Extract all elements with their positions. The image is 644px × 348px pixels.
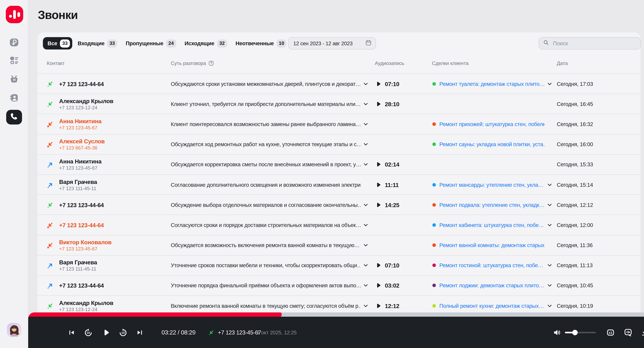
audio-duration: 12:12: [385, 302, 399, 309]
contact-cell: +7 123 123-44-64: [59, 202, 104, 208]
deal-chevron-down-icon[interactable]: [547, 283, 552, 288]
sidebar-item-contacts[interactable]: [6, 91, 22, 106]
row-play-button[interactable]: [375, 262, 382, 269]
summary-chevron-down-icon[interactable]: [363, 242, 369, 248]
missed-call-icon: [47, 120, 54, 128]
filter-tab-2[interactable]: Пропущенные24: [122, 37, 179, 50]
call-summary: Обсуждаются сроки установки межкомнатных…: [171, 81, 361, 87]
deal-link[interactable]: Ремонт подвала: утепление стен, укладк…: [439, 202, 544, 208]
contact-phone: +7 123 123-45-67: [59, 165, 102, 171]
contact-cell: Анна Никитина+7 123 123-45-67: [59, 158, 102, 171]
deal-link[interactable]: Ремонт кабинета: штукатурка стен, побе…: [439, 222, 544, 228]
contact-phone: +7 123 123-12-24: [59, 105, 113, 110]
audio-duration: 14:25: [385, 202, 399, 208]
forward-10-button[interactable]: 10: [118, 328, 128, 337]
call-date: Сегодня, 12:00: [557, 222, 593, 228]
row-play-button[interactable]: [375, 181, 382, 188]
deal-link[interactable]: Ремонт туалета: демонтаж старых плито…: [439, 81, 544, 87]
deal-chevron-down-icon[interactable]: [547, 222, 552, 228]
calls-card: Все33Входящие33Пропущенные24Исходящие32Н…: [38, 33, 641, 348]
summary-chevron-down-icon[interactable]: [363, 202, 369, 208]
sidebar-item-payments[interactable]: [6, 36, 22, 50]
summary-chevron-down-icon[interactable]: [363, 101, 369, 107]
sidebar-item-calls[interactable]: [6, 110, 22, 125]
filter-tab-0[interactable]: Все33: [43, 37, 72, 50]
deal-chevron-down-icon[interactable]: [547, 262, 552, 268]
contact-phone: +7 123 123-45-67: [59, 246, 112, 252]
rewind-10-button[interactable]: 10: [84, 328, 93, 337]
search-input[interactable]: [552, 40, 636, 47]
player-progress-bar[interactable]: [28, 312, 644, 317]
summary-chevron-down-icon[interactable]: [363, 283, 369, 288]
table-row: +7 123 123-44-64Согласуются сроки и поря…: [38, 215, 641, 235]
phone-icon: [9, 112, 19, 123]
incoming-call-icon: [208, 329, 215, 336]
contact-name: Александр Крылов: [59, 98, 113, 104]
filter-tab-3[interactable]: Исходящие32: [182, 37, 230, 50]
deal-chevron-down-icon[interactable]: [547, 182, 552, 188]
incoming-call-icon: [47, 100, 54, 108]
volume-knob[interactable]: [572, 330, 578, 335]
summary-chevron-down-icon[interactable]: [363, 222, 369, 228]
app-logo[interactable]: [6, 6, 23, 23]
outgoing-call-icon: [47, 282, 54, 289]
deal-chevron-down-icon[interactable]: [547, 303, 552, 308]
date-range-value: 12 сен 2023 - 12 авг 2023: [293, 41, 365, 46]
row-play-button[interactable]: [375, 161, 382, 168]
separator-dot: [194, 332, 196, 333]
date-range-picker[interactable]: 12 сен 2023 - 12 авг 2023: [288, 37, 376, 50]
row-play-button[interactable]: [375, 282, 382, 289]
volume-icon[interactable]: [553, 328, 561, 336]
summary-chevron-down-icon[interactable]: [363, 121, 369, 127]
deal-link[interactable]: Ремонт прихожей: штукатурка стен, побелк…: [439, 121, 544, 127]
filter-tab-1[interactable]: Входящие33: [74, 37, 120, 50]
summary-chevron-down-icon[interactable]: [363, 303, 369, 308]
sidebar-item-tasks[interactable]: [6, 53, 22, 68]
row-play-button[interactable]: [375, 202, 382, 208]
deal-link[interactable]: Полный ремонт кухни: демонтаж старых…: [439, 303, 544, 309]
summary-chevron-down-icon[interactable]: [363, 81, 369, 87]
audio-duration: 28:10: [385, 101, 399, 107]
row-play-button[interactable]: [375, 101, 382, 107]
volume-slider[interactable]: [565, 330, 596, 335]
contacts-icon: [9, 93, 19, 104]
contact-phone: +7 123 123-45-67: [59, 125, 102, 130]
download-button[interactable]: [641, 328, 644, 336]
summary-chevron-down-icon[interactable]: [363, 262, 369, 268]
filter-tab-4[interactable]: Неотвеченные10: [232, 37, 290, 50]
prev-track-button[interactable]: [68, 329, 75, 336]
transcript-button[interactable]: [624, 328, 632, 337]
call-date: Сегодня, 17:03: [557, 81, 593, 87]
summary-chevron-down-icon[interactable]: [363, 162, 369, 167]
sidebar-item-products[interactable]: [6, 72, 22, 87]
tab-label: Пропущенные: [126, 40, 163, 46]
search-icon: [543, 40, 552, 47]
incoming-call-icon: [47, 302, 54, 309]
tab-count-badge: 32: [217, 39, 227, 48]
deal-link[interactable]: Ремонт гостиной: штукатурка стен, побе…: [439, 262, 543, 268]
deal-status-dot: [432, 264, 436, 267]
deal-chevron-down-icon[interactable]: [547, 202, 552, 208]
deal-link[interactable]: Ремонт мансарды: утепление стен, укла…: [439, 182, 544, 188]
call-summary: Согласуются сроки и порядок доставки стр…: [171, 222, 361, 228]
call-date: Сегодня, 12:12: [557, 202, 593, 208]
column-header: Аудиозапись: [375, 60, 404, 66]
missed-call-icon: [47, 241, 54, 249]
deal-link[interactable]: Ремонт лоджии: демонтаж старых плито…: [439, 282, 544, 288]
contact-name: Варя Грачева: [59, 178, 97, 185]
tab-count-badge: 33: [60, 39, 70, 48]
deal-link[interactable]: Ремонт ванной комнаты: демонтаж старых…: [439, 242, 544, 248]
summary-chevron-down-icon[interactable]: [363, 141, 369, 147]
contact-name: Виктор Коновалов: [59, 239, 112, 245]
row-play-button[interactable]: [375, 80, 382, 87]
call-date: Сегодня, 10:19: [557, 303, 593, 309]
contact-phone: +7 123 111-45-11: [59, 266, 97, 272]
deal-chevron-down-icon[interactable]: [547, 81, 552, 87]
play-button[interactable]: [102, 328, 110, 336]
help-icon[interactable]: [206, 60, 214, 66]
row-play-button[interactable]: [375, 302, 382, 309]
next-track-button[interactable]: [136, 329, 143, 336]
playback-speed-button[interactable]: x1: [606, 328, 615, 337]
user-avatar[interactable]: [7, 323, 21, 337]
deal-link[interactable]: Ремонт сауны: укладка новой плитки, уста…: [439, 141, 544, 147]
